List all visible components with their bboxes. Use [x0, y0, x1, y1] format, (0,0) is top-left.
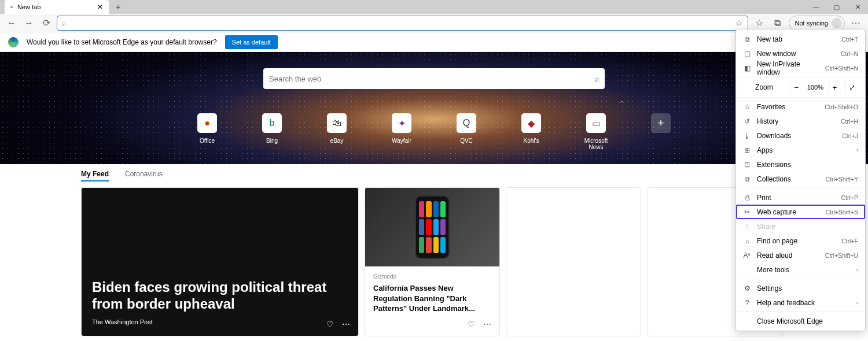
web-search-input[interactable] [269, 75, 594, 83]
quicklink-tile: ✦ [392, 113, 411, 133]
menu-item-label: New InPrivate window [757, 60, 819, 76]
add-quicklink-button[interactable]: + [645, 113, 677, 138]
refresh-button[interactable]: ⟳ [39, 16, 53, 30]
menu-item-label: Close Microsoft Edge [757, 317, 858, 325]
collections-toolbar-icon[interactable]: ⧉ [770, 16, 785, 31]
quicklink-label: Office [191, 138, 223, 144]
menu-item-label: New tab [757, 35, 836, 43]
menu-item-history[interactable]: ↺HistoryCtrl+H [736, 114, 865, 128]
browser-tab[interactable]: ▫ New tab ✕ [5, 0, 109, 14]
quicklink-tile: ◆ [521, 113, 541, 133]
menu-item-label: Web capture [757, 208, 819, 216]
menu-item-icon: ⚙ [743, 284, 751, 292]
card-source: The Washington Post [92, 318, 348, 325]
bookmark-icon[interactable]: ♡ [326, 320, 334, 329]
quicklink-tile: ● [197, 113, 217, 133]
tab-title: New tab [17, 3, 41, 10]
menu-item-new-window[interactable]: ▢New windowCtrl+N [736, 46, 865, 61]
menu-item-icon: ⇪ [743, 223, 751, 231]
menu-item-downloads[interactable]: ⭳DownloadsCtrl+J [736, 128, 865, 143]
card-image [365, 188, 499, 266]
new-tab-button[interactable]: + [111, 2, 125, 12]
menu-item-extensions[interactable]: ⊡Extensions [736, 157, 865, 172]
quicklink-office[interactable]: ●Office [191, 113, 223, 144]
back-button[interactable]: ← [5, 16, 19, 30]
menu-item-label: Apps [757, 146, 851, 154]
web-search-bar[interactable]: ⌕ [263, 68, 605, 89]
search-submit-icon[interactable]: ⌕ [594, 74, 599, 83]
menu-item-shortcut: Ctrl+Shift+N [825, 65, 858, 72]
quicklink-wayfair[interactable]: ✦Wayfair [385, 113, 418, 144]
menu-item-label: Favorites [757, 103, 819, 111]
chevron-right-icon: › [856, 299, 858, 306]
quicklink-label: Microsoft News [580, 138, 612, 150]
edge-logo-icon [8, 37, 19, 47]
menu-button[interactable]: ⋯ [848, 16, 863, 31]
menu-item-shortcut: Ctrl+Shift+U [825, 252, 858, 259]
close-tab-icon[interactable]: ✕ [97, 3, 103, 11]
menu-item-apps[interactable]: ⊞Apps› [736, 143, 865, 157]
menu-item-icon: ⎙ [743, 194, 751, 202]
menu-item-label: Find on page [757, 237, 836, 245]
more-icon[interactable]: ⋯ [483, 320, 491, 329]
feed-card-small[interactable]: Gizmodo California Passes New Regulation… [365, 187, 500, 336]
address-input[interactable] [69, 17, 735, 29]
quicklink-microsoft-news[interactable]: ▭Microsoft News [580, 113, 612, 150]
zoom-in-button[interactable]: + [828, 81, 841, 94]
menu-item-collections[interactable]: ⧉CollectionsCtrl+Shift+Y [736, 172, 865, 186]
quicklink-ebay[interactable]: 🛍eBay [321, 113, 353, 144]
feed-tab-coronavirus[interactable]: Coronavirus [125, 170, 163, 181]
card-source: Gizmodo [373, 273, 491, 280]
menu-item-icon: Aᵃ [743, 251, 751, 260]
menu-item-icon: ⊞ [743, 146, 751, 154]
menu-item-web-capture[interactable]: ✂Web captureCtrl+Shift+S [736, 205, 865, 219]
menu-item-share: ⇪Share [736, 219, 865, 233]
close-window-button[interactable]: ✕ [847, 0, 868, 14]
quicklink-tile: ▭ [586, 113, 606, 133]
menu-item-read-aloud[interactable]: AᵃRead aloudCtrl+Shift+U [736, 248, 865, 262]
menu-item-settings[interactable]: ⚙Settings [736, 281, 865, 295]
menu-item-more-tools[interactable]: More tools› [736, 262, 865, 277]
menu-item-find-on-page[interactable]: ⌕Find on pageCtrl+F [736, 233, 865, 248]
fullscreen-button[interactable]: ⤢ [845, 81, 858, 94]
menu-item-help-and-feedback[interactable]: ?Help and feedback› [736, 295, 865, 310]
infobar-message: Would you like to set Microsoft Edge as … [27, 38, 217, 46]
tab-icon: ▫ [10, 3, 13, 10]
quicklink-qvc[interactable]: QQVC [450, 113, 483, 144]
zoom-out-button[interactable]: − [790, 81, 803, 94]
feed-card-large[interactable]: Biden faces growing political threat fro… [81, 187, 359, 336]
quicklink-kohl-s[interactable]: ◆Kohl's [515, 113, 547, 144]
profile-sync-button[interactable]: Not syncing [789, 16, 845, 31]
menu-item-icon: ⌕ [743, 237, 751, 245]
feed-tab-my-feed[interactable]: My Feed [81, 170, 109, 181]
plus-icon: + [651, 113, 671, 133]
quicklink-label: eBay [321, 138, 353, 144]
menu-item-close-microsoft-edge[interactable]: Close Microsoft Edge [736, 314, 865, 328]
quicklink-label: QVC [450, 138, 483, 144]
menu-item-icon: ⧉ [743, 35, 751, 43]
more-icon[interactable]: ⋯ [342, 320, 350, 329]
chevron-right-icon: › [856, 147, 858, 153]
collapse-quicklinks-icon[interactable]: ︿ [619, 97, 625, 105]
menu-item-label: Downloads [757, 132, 836, 140]
quicklink-bing[interactable]: bBing [256, 113, 288, 144]
menu-item-icon: ⧉ [743, 175, 751, 183]
menu-item-new-inprivate-window[interactable]: ◧New InPrivate windowCtrl+Shift+N [736, 61, 865, 75]
menu-item-shortcut: Ctrl+J [842, 132, 858, 139]
menu-item-new-tab[interactable]: ⧉New tabCtrl+T [736, 32, 865, 46]
maximize-button[interactable]: ▢ [826, 0, 847, 14]
set-default-button[interactable]: Set as default [225, 35, 278, 49]
menu-item-icon: ⊡ [743, 161, 751, 169]
avatar-icon [832, 18, 842, 28]
forward-button[interactable]: → [22, 16, 36, 30]
favorites-toolbar-icon[interactable]: ☆ [752, 16, 767, 31]
menu-item-print[interactable]: ⎙PrintCtrl+P [736, 190, 865, 205]
menu-item-icon: ⭳ [743, 132, 751, 140]
menu-item-favorites[interactable]: ☆FavoritesCtrl+Shift+O [736, 99, 865, 114]
menu-item-shortcut: Ctrl+Shift+S [825, 209, 858, 216]
favorite-icon[interactable]: ☆ [735, 17, 743, 28]
minimize-button[interactable]: — [806, 0, 826, 14]
address-bar[interactable]: ⌕ ☆ [57, 16, 748, 31]
bookmark-icon[interactable]: ♡ [468, 320, 475, 329]
menu-item-label: Read aloud [757, 251, 819, 260]
